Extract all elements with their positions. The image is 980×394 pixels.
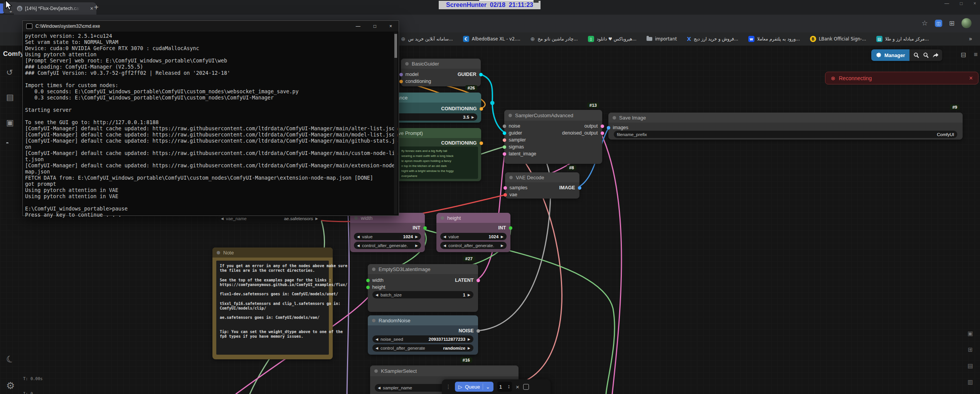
sigmas-input-dot[interactable] xyxy=(503,145,506,149)
maximize-button[interactable]: □ xyxy=(374,24,376,29)
bookmark-item[interactable]: ▤مرکز مبادله ارز و طلا... xyxy=(876,36,929,42)
value-widget[interactable]: ◀ value 1024 ▶ xyxy=(354,233,421,240)
fit-view-icon[interactable]: ⊞ xyxy=(968,346,973,353)
decrement-arrow[interactable]: ◀ xyxy=(443,235,446,239)
guider-output-dot[interactable] xyxy=(479,73,483,76)
latent-image-input-dot[interactable] xyxy=(503,152,506,156)
bookmark-item[interactable]: ⊕چادر ماشین نانو مخ... xyxy=(530,36,578,42)
search-icon[interactable] xyxy=(922,52,929,59)
decrement-arrow[interactable]: ◀ xyxy=(375,293,378,297)
scrollbar-thumb[interactable] xyxy=(394,34,397,58)
bookmark-item[interactable]: ▯هیروباکس ♥ دانلود... xyxy=(588,36,636,42)
node-width[interactable]: width INT ◀ value 1024 ▶ ◀ control_after… xyxy=(350,213,425,252)
sampler-input-dot[interactable] xyxy=(503,138,506,142)
workflows-icon[interactable]: ↺ xyxy=(6,68,13,77)
conditioning-output-dot[interactable] xyxy=(480,141,483,145)
split-panel-icon[interactable]: ▥ xyxy=(968,379,973,386)
decrement-arrow[interactable]: ▼ xyxy=(508,387,510,389)
decrement-arrow[interactable]: ◀ xyxy=(443,244,446,248)
node-sampler-custom-advanced[interactable]: #13 SamplerCustomAdvanced noise output g… xyxy=(504,110,602,164)
int-output-dot[interactable] xyxy=(423,226,427,230)
chevron-down-icon[interactable]: ⌄ xyxy=(486,384,490,390)
conditioning-input-dot[interactable] xyxy=(399,80,403,83)
model-library-icon[interactable]: ▣ xyxy=(6,118,14,127)
node-note[interactable]: Note If you get an error in any of the n… xyxy=(212,248,333,359)
manager-button[interactable]: Manager xyxy=(871,49,909,61)
control-after-generate-widget[interactable]: ◀ control_after_generate randomize ▶ xyxy=(372,344,473,352)
cancel-icon[interactable]: × xyxy=(516,384,519,390)
increment-arrow[interactable]: ▶ xyxy=(501,235,503,239)
batch-size-widget[interactable]: ◀ batch_size 1 ▶ xyxy=(372,291,473,298)
scrollbar[interactable] xyxy=(394,32,397,214)
increment-arrow[interactable]: ▶ xyxy=(501,244,503,248)
image-output-dot[interactable] xyxy=(578,186,581,190)
close-button[interactable]: × xyxy=(973,1,976,6)
model-input-dot[interactable] xyxy=(399,73,403,76)
queue-button[interactable]: ▷ Queue ⌄ xyxy=(455,382,493,392)
bookmark-item[interactable]: BLBank Official Sign-... xyxy=(810,36,866,42)
increment-arrow[interactable]: ▶ xyxy=(468,346,470,350)
node-empty-sd3-latent-image[interactable]: #27 EmptySD3LatentImage width LATENT hei… xyxy=(368,264,478,312)
decrement-arrow[interactable]: ◀ xyxy=(375,337,378,341)
bookmarks-overflow-chevron[interactable]: » xyxy=(969,35,972,42)
minimize-button[interactable]: — xyxy=(356,24,360,29)
browser-tab[interactable]: ◍ [14%] *Flux-Dev[artech.cafe] - C × xyxy=(14,2,96,15)
node-basic-guider[interactable]: BasicGuider model GUIDER conditioning xyxy=(401,59,481,86)
node-vae-decode[interactable]: #8 VAE Decode samples IMAGE vae xyxy=(505,172,579,199)
node-height[interactable]: height INT ◀ value 1024 ▶ ◀ control_afte… xyxy=(436,213,510,252)
control-after-generate-widget[interactable]: ◀ control_after_generate. ▶ xyxy=(354,242,421,249)
conditioning-output-dot[interactable] xyxy=(480,107,483,111)
batch-count-stepper[interactable]: 1 ▲▼ xyxy=(497,382,512,392)
new-tab-button[interactable]: + xyxy=(94,3,99,12)
node-library-icon[interactable]: ▤ xyxy=(6,93,14,102)
share-arrow-icon[interactable] xyxy=(932,52,939,59)
drag-handle-icon[interactable]: ⋮ xyxy=(446,384,451,390)
menu-icon[interactable]: ≡ xyxy=(974,51,978,59)
settings-gear-icon[interactable]: ⚙ xyxy=(6,380,15,391)
decrement-arrow[interactable]: ◀ xyxy=(378,386,381,390)
bookmark-item[interactable]: important xyxy=(647,36,677,42)
output-dot[interactable] xyxy=(601,125,604,128)
height-input-dot[interactable] xyxy=(366,286,370,289)
decrement-arrow[interactable]: ◀ xyxy=(357,244,360,248)
decrement-arrow[interactable]: ◀ xyxy=(357,235,360,239)
prompt-text-area[interactable]: ffy fennec ears and a big fluffy tail we… xyxy=(400,146,478,179)
increment-arrow[interactable]: ▶ xyxy=(415,235,418,239)
minimize-button[interactable]: — xyxy=(945,1,949,6)
apps-grid-icon[interactable]: ⊞ xyxy=(949,19,955,27)
bookmark-item[interactable]: Xفروش و خرید ارز دیج... xyxy=(687,36,738,42)
maximize-button[interactable]: □ xyxy=(960,1,963,6)
profile-avatar[interactable] xyxy=(961,18,972,28)
vae-input-dot[interactable] xyxy=(503,193,507,197)
extension-icon[interactable]: ◫ xyxy=(935,20,942,27)
denoised-output-dot[interactable] xyxy=(601,131,604,135)
samples-input-dot[interactable] xyxy=(503,186,507,190)
width-input-dot[interactable] xyxy=(366,279,370,282)
toast-close-icon[interactable]: × xyxy=(969,75,973,82)
node-random-noise[interactable]: RandomNoise NOISE ◀ noise_seed 209337112… xyxy=(368,315,478,355)
noise-output-dot[interactable] xyxy=(477,329,480,333)
increment-arrow[interactable]: ▶ xyxy=(468,293,470,297)
bookmark-item[interactable]: wورود به پلتفرم معاملا... xyxy=(748,36,800,42)
noise-seed-widget[interactable]: ◀ noise_seed 209337112877233 ▶ xyxy=(372,335,473,343)
int-output-dot[interactable] xyxy=(509,226,512,230)
images-input-dot[interactable] xyxy=(607,126,610,130)
bookmark-star-icon[interactable]: ☆ xyxy=(922,19,928,27)
tab-close-icon[interactable]: × xyxy=(90,5,93,12)
value-widget[interactable]: ◀ value 1024 ▶ xyxy=(440,233,507,240)
search-icon[interactable] xyxy=(913,52,920,59)
noise-input-dot[interactable] xyxy=(503,125,506,128)
bookmark-item[interactable]: CAlbedoBase XL - v2.... xyxy=(463,36,520,42)
bookmark-item[interactable]: ⊕سامانه آنلاین خرید س... xyxy=(401,36,453,42)
cmd-window[interactable]: C:\Windows\system32\cmd.exe — □ × pytorc… xyxy=(22,20,399,216)
latent-output-dot[interactable] xyxy=(477,279,480,282)
control-after-generate-widget[interactable]: ◀ control_after_generate. ▶ xyxy=(440,242,507,249)
bottom-panel-icon[interactable]: ⊟ xyxy=(961,51,966,59)
decrement-arrow[interactable]: ◀ xyxy=(375,346,378,350)
close-button[interactable]: × xyxy=(389,24,392,29)
increment-arrow[interactable]: ▶ xyxy=(471,115,474,119)
note-text-area[interactable]: If you get an error in any of the nodes … xyxy=(216,261,329,355)
list-panel-icon[interactable]: ▤ xyxy=(968,362,973,369)
stop-icon[interactable] xyxy=(523,384,529,390)
node-save-image[interactable]: #9 Save Image images filename_prefix Com… xyxy=(608,113,963,140)
